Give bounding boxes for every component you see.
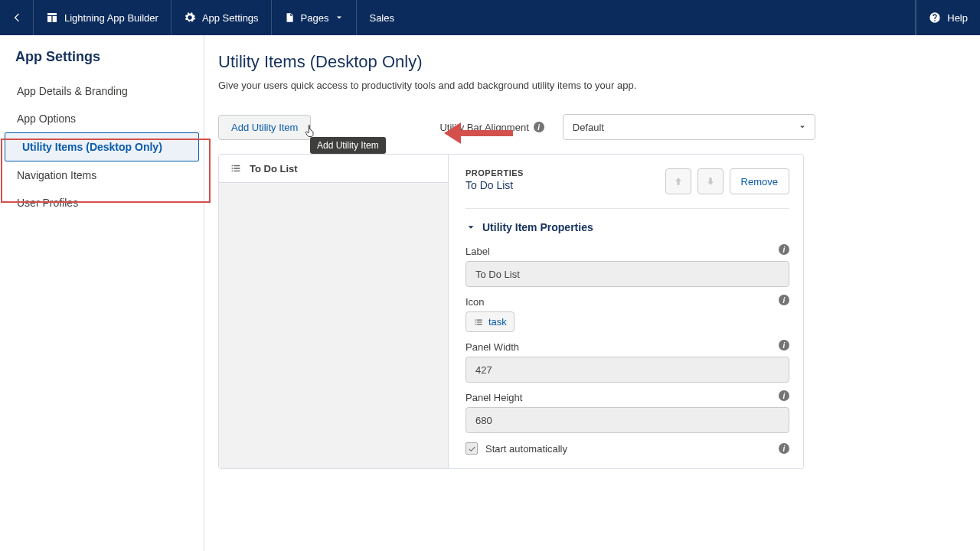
sidebar-title: App Settings	[0, 46, 204, 77]
nav-label: Lightning App Builder	[64, 12, 158, 24]
actions-row: Add Utility Item Utility Bar Alignment i…	[218, 114, 959, 140]
sidebar-item-app-details[interactable]: App Details & Branding	[0, 77, 204, 105]
help-button[interactable]: Help	[916, 0, 980, 35]
label-input[interactable]	[466, 261, 789, 287]
page-title: Utility Items (Desktop Only)	[218, 52, 959, 72]
add-utility-item-button[interactable]: Add Utility Item	[218, 115, 311, 140]
sidebar-item-utility-items[interactable]: Utility Items (Desktop Only)	[5, 132, 199, 161]
info-icon[interactable]: i	[779, 390, 789, 401]
nav-sales[interactable]: Sales	[357, 0, 407, 35]
utility-item-list: To Do List	[219, 155, 449, 468]
info-icon[interactable]: i	[534, 122, 544, 132]
icon-picker[interactable]: task	[466, 311, 514, 332]
nav-pages[interactable]: Pages	[272, 0, 358, 35]
properties-panel: PROPERTIES To Do List Remove Utility Ite…	[449, 155, 803, 468]
top-toolbar: Lightning App Builder App Settings Pages…	[0, 0, 980, 35]
info-icon[interactable]: i	[779, 340, 789, 350]
panel-width-input[interactable]	[466, 357, 789, 383]
field-label: Label i	[466, 246, 789, 287]
help-label: Help	[947, 12, 968, 24]
utility-item-label: To Do List	[250, 163, 298, 174]
main-content: Utility Items (Desktop Only) Give your u…	[204, 35, 980, 551]
chevron-down-icon	[466, 222, 476, 233]
page-subtitle: Give your users quick access to producti…	[218, 80, 959, 91]
info-icon[interactable]: i	[779, 244, 789, 255]
back-button[interactable]	[0, 0, 34, 35]
nav-label: App Settings	[202, 12, 259, 24]
move-up-button[interactable]	[665, 168, 691, 194]
utility-item-row[interactable]: To Do List	[219, 155, 448, 183]
app-builder-icon	[46, 11, 58, 24]
settings-sidebar: App Settings App Details & Branding App …	[0, 35, 204, 551]
sidebar-item-user-profiles[interactable]: User Profiles	[0, 189, 204, 217]
nav-app-settings[interactable]: App Settings	[172, 0, 272, 35]
task-icon	[230, 162, 242, 174]
sidebar-item-app-options[interactable]: App Options	[0, 105, 204, 132]
sidebar-item-navigation-items[interactable]: Navigation Items	[0, 161, 204, 189]
start-automatically-checkbox[interactable]	[466, 442, 478, 455]
remove-button[interactable]: Remove	[730, 168, 789, 194]
nav-label: Pages	[301, 12, 329, 24]
page-icon	[284, 12, 295, 23]
tooltip: Add Utility Item	[310, 137, 386, 154]
info-icon[interactable]: i	[779, 443, 789, 454]
utility-bar-alignment-select[interactable]: Default	[563, 114, 815, 140]
task-icon	[473, 317, 484, 328]
chevron-down-icon	[335, 13, 344, 22]
panel-height-input[interactable]	[466, 407, 789, 433]
field-start-automatically: Start automatically i	[466, 442, 789, 455]
chevron-down-icon	[798, 122, 807, 132]
nav-label: Sales	[369, 12, 394, 24]
utility-panel: To Do List PROPERTIES To Do List Remove	[218, 154, 804, 469]
properties-name: To Do List	[466, 179, 524, 191]
field-panel-width: Panel Width i	[466, 341, 789, 383]
move-down-button[interactable]	[697, 168, 724, 194]
properties-heading: PROPERTIES	[466, 168, 524, 178]
section-utility-item-properties[interactable]: Utility Item Properties	[466, 221, 789, 233]
select-value: Default	[573, 122, 604, 133]
nav-lightning-app-builder[interactable]: Lightning App Builder	[34, 0, 172, 35]
field-panel-height: Panel Height i	[466, 392, 789, 433]
toolbar-spacer	[407, 0, 916, 35]
gear-icon	[184, 11, 196, 24]
field-icon: Icon i task	[466, 296, 789, 332]
help-icon	[929, 11, 941, 24]
utility-bar-alignment-label: Utility Bar Alignment i	[439, 122, 544, 133]
info-icon[interactable]: i	[779, 295, 789, 305]
